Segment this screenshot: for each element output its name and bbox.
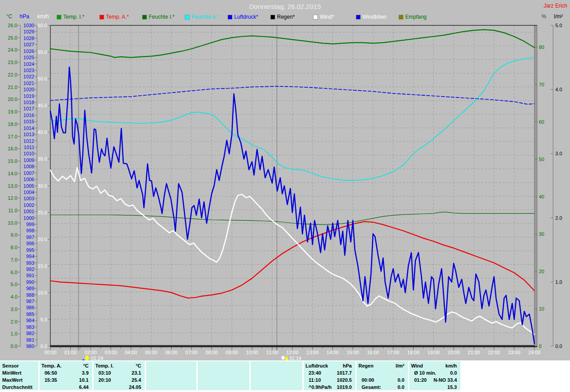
axis-tick-label-pressure_hpa: 995 <box>0 247 34 253</box>
stats-cell-value: 0.0 <box>357 384 404 390</box>
axis-tick-label-pressure_hpa: 1000 <box>0 215 34 221</box>
stats-block-unit: hPa <box>304 363 352 369</box>
legend-swatch <box>356 15 360 19</box>
table-separator <box>460 361 462 390</box>
stats-row-label: MinWert <box>2 370 21 376</box>
axis-tick-label-pressure_hpa: 986 <box>0 305 34 310</box>
axis-tick-label-humidity_pct: 30 <box>539 231 544 237</box>
table-separator <box>196 361 198 390</box>
stats-cell-value: N-NO 33.4 <box>410 377 457 383</box>
axis-tick-label-wind_kmh: 20.0 <box>0 237 47 242</box>
axis-tick-label-wind_kmh: 0.0 <box>0 344 47 349</box>
stats-block-unit: °C <box>94 363 141 369</box>
legend-label: Wind* <box>320 14 334 20</box>
stats-cell-value: 10.1 <box>40 377 89 383</box>
table-separator <box>38 361 40 390</box>
x-axis-tick-label: 08:00 <box>204 350 220 355</box>
x-axis-tick-label: 12:00 <box>285 350 301 355</box>
axis-tick-label-pressure_hpa: 1011 <box>0 145 34 150</box>
stats-cell-value: 1017.7 <box>304 370 352 376</box>
table-separator <box>408 361 409 390</box>
stats-cell-value: 0.0 <box>410 370 457 376</box>
axis-tick-label-pressure_hpa: 1004 <box>0 190 34 195</box>
axis-tick-label-humidity_pct: 20 <box>539 269 544 274</box>
axis-tick-label-humidity_pct: 0 <box>539 344 542 349</box>
chart-legend: Temp. I.*Temp. A.*Feuchte I.*Feuchte A.*… <box>0 14 570 21</box>
legend-item-windb-en: Windböen <box>356 14 387 20</box>
axis-tick-label-pressure_hpa: 981 <box>0 337 34 343</box>
legend-item-temp-a-: Temp. A.* <box>100 14 129 20</box>
axis-tick-label-wind_kmh: 55.0 <box>0 49 47 55</box>
axis-tick-label-pressure_hpa: 983 <box>0 324 34 330</box>
stats-cell-value: 25.4 <box>94 377 141 383</box>
stats-cell-value: 15.3 <box>410 384 457 390</box>
axis-tick-label-pressure_hpa: 1006 <box>0 177 34 182</box>
plot-right-border <box>534 25 537 346</box>
axis-tick-label-pressure_hpa: 999 <box>0 222 34 227</box>
axis-tick-label-pressure_hpa: 985 <box>0 311 34 317</box>
stats-block-unit: °C <box>40 363 89 369</box>
x-axis-tick-label: 07:00 <box>183 350 200 355</box>
legend-item-luftdruck-: Luftdruck* <box>228 14 258 20</box>
axis-tick-label-pressure_hpa: 1007 <box>0 170 34 176</box>
axis-tick-label-pressure_hpa: 1008 <box>0 164 34 169</box>
axis-tick-label-pressure_hpa: 998 <box>0 228 34 233</box>
stats-row-label: MaxWert <box>2 377 23 383</box>
axis-tick-label-rain_lm2: 4.0 <box>555 87 562 92</box>
axis-tick-label-humidity_pct: 40 <box>539 194 544 199</box>
axis-tick-label-humidity_pct: 50 <box>539 157 544 162</box>
axis-tick-label-wind_kmh: 10.0 <box>0 290 47 295</box>
axis-tick-label-wind_kmh: 15.0 <box>0 263 47 269</box>
legend-swatch <box>228 15 232 19</box>
axis-tick-label-pressure_hpa: 1019 <box>0 93 34 99</box>
legend-label: Feuchte A.* <box>191 14 219 20</box>
axis-tick-label-rain_lm2: 0.0 <box>555 344 562 349</box>
x-axis-tick-label: 00:00 <box>42 350 58 355</box>
legend-swatch <box>100 15 104 19</box>
x-axis-tick-label: 24:00 <box>526 350 542 355</box>
stats-cell-value: 23.1 <box>94 370 141 376</box>
x-axis-tick-label: 04:00 <box>123 350 139 355</box>
stats-cell-value: 3.9 <box>40 370 89 376</box>
legend-item-feuchte-i-: Feuchte I.* <box>142 14 175 20</box>
table-separator <box>355 361 357 390</box>
legend-label: Luftdruck* <box>234 14 258 20</box>
legend-label: Windböen <box>362 14 387 20</box>
axis-tick-label-pressure_hpa: 1029 <box>0 29 34 34</box>
x-axis-tick-label: 19:00 <box>426 350 442 355</box>
x-axis-tick-label: 02:00 <box>83 350 99 355</box>
axis-tick-label-pressure_hpa: 1012 <box>0 138 34 144</box>
legend-item-regen-: Regen* <box>271 14 295 20</box>
legend-swatch <box>142 15 147 19</box>
axis-tick-label-pressure_hpa: 987 <box>0 299 34 304</box>
legend-swatch <box>399 15 403 19</box>
axis-tick-label-wind_kmh: 40.0 <box>0 129 47 135</box>
legend-swatch <box>271 15 275 19</box>
stats-cell-value: 0.0 <box>357 377 404 383</box>
axis-tick-label-pressure_hpa: 1003 <box>0 196 34 201</box>
x-axis-tick-label: 11:00 <box>264 350 280 355</box>
axis-tick-label-wind_kmh: 50.0 <box>0 76 47 81</box>
axis-tick-label-wind_kmh: 25.0 <box>0 210 47 215</box>
x-axis-tick-label: 15:00 <box>345 350 361 355</box>
legend-item-temp-i-: Temp. I.* <box>57 14 84 20</box>
x-axis-tick-label: 06:00 <box>163 350 179 355</box>
stats-block-unit: l/m² <box>357 363 404 369</box>
axis-tick-label-rain_lm2: 1.0 <box>555 279 562 285</box>
legend-label: Empfang <box>405 14 427 20</box>
axis-tick-label-pressure_hpa: 994 <box>0 254 34 259</box>
x-axis-tick-label: 09:00 <box>224 350 240 355</box>
legend-label: Temp. A.* <box>106 14 129 20</box>
axis-tick-label-pressure_hpa: 991 <box>0 273 34 278</box>
stats-row-label: Sensor <box>2 363 19 369</box>
axis-tick-label-pressure_hpa: 1028 <box>0 36 34 41</box>
axis-tick-label-humidity_pct: 10 <box>539 306 544 311</box>
axis-tick-label-rain_lm2: 5.0 <box>555 23 562 28</box>
table-separator <box>92 361 94 390</box>
axis-tick-label-pressure_hpa: 1025 <box>0 55 34 60</box>
legend-label: Feuchte I.* <box>149 14 175 20</box>
axis-tick-label-wind_kmh: 30.0 <box>0 183 47 189</box>
stats-cell-value: 24.05 <box>94 384 141 390</box>
stats-block-unit: km/h <box>410 363 457 369</box>
x-axis-tick-label: 14:00 <box>325 350 341 355</box>
